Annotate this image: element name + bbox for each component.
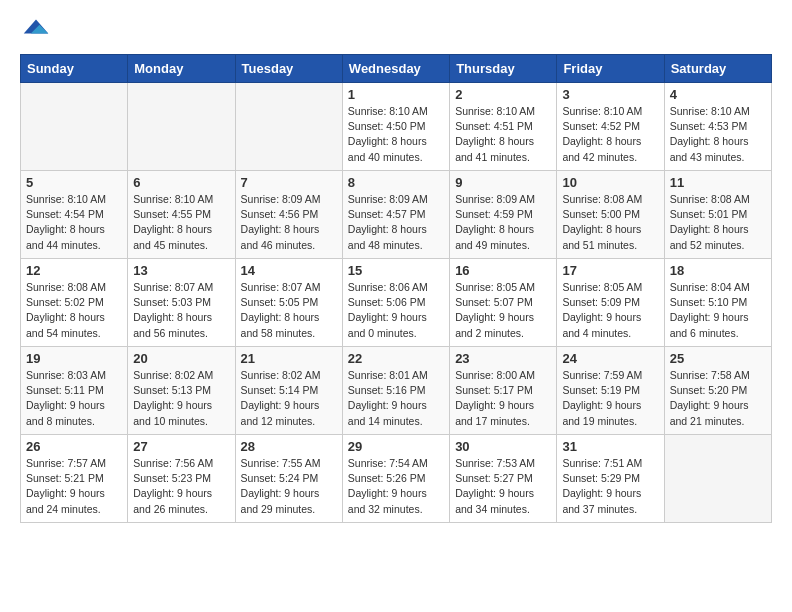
day-info: Sunrise: 8:02 AM Sunset: 5:14 PM Dayligh…	[241, 368, 337, 429]
calendar-header-sunday: Sunday	[21, 55, 128, 83]
day-number: 7	[241, 175, 337, 190]
calendar-cell: 15Sunrise: 8:06 AM Sunset: 5:06 PM Dayli…	[342, 259, 449, 347]
day-number: 28	[241, 439, 337, 454]
day-info: Sunrise: 8:08 AM Sunset: 5:00 PM Dayligh…	[562, 192, 658, 253]
day-info: Sunrise: 8:05 AM Sunset: 5:07 PM Dayligh…	[455, 280, 551, 341]
header	[20, 16, 772, 44]
day-info: Sunrise: 8:07 AM Sunset: 5:05 PM Dayligh…	[241, 280, 337, 341]
day-info: Sunrise: 8:07 AM Sunset: 5:03 PM Dayligh…	[133, 280, 229, 341]
day-number: 16	[455, 263, 551, 278]
day-number: 13	[133, 263, 229, 278]
day-info: Sunrise: 8:00 AM Sunset: 5:17 PM Dayligh…	[455, 368, 551, 429]
calendar-week-4: 19Sunrise: 8:03 AM Sunset: 5:11 PM Dayli…	[21, 347, 772, 435]
logo-icon	[22, 16, 50, 44]
calendar-cell: 10Sunrise: 8:08 AM Sunset: 5:00 PM Dayli…	[557, 171, 664, 259]
calendar-cell: 4Sunrise: 8:10 AM Sunset: 4:53 PM Daylig…	[664, 83, 771, 171]
calendar-cell	[235, 83, 342, 171]
calendar-cell: 31Sunrise: 7:51 AM Sunset: 5:29 PM Dayli…	[557, 435, 664, 523]
day-number: 19	[26, 351, 122, 366]
day-info: Sunrise: 8:03 AM Sunset: 5:11 PM Dayligh…	[26, 368, 122, 429]
calendar-cell: 14Sunrise: 8:07 AM Sunset: 5:05 PM Dayli…	[235, 259, 342, 347]
day-info: Sunrise: 8:02 AM Sunset: 5:13 PM Dayligh…	[133, 368, 229, 429]
calendar-cell: 24Sunrise: 7:59 AM Sunset: 5:19 PM Dayli…	[557, 347, 664, 435]
calendar-cell: 12Sunrise: 8:08 AM Sunset: 5:02 PM Dayli…	[21, 259, 128, 347]
day-number: 14	[241, 263, 337, 278]
day-number: 18	[670, 263, 766, 278]
day-number: 1	[348, 87, 444, 102]
day-number: 30	[455, 439, 551, 454]
day-info: Sunrise: 8:05 AM Sunset: 5:09 PM Dayligh…	[562, 280, 658, 341]
day-info: Sunrise: 8:08 AM Sunset: 5:02 PM Dayligh…	[26, 280, 122, 341]
day-info: Sunrise: 7:55 AM Sunset: 5:24 PM Dayligh…	[241, 456, 337, 517]
calendar-cell: 11Sunrise: 8:08 AM Sunset: 5:01 PM Dayli…	[664, 171, 771, 259]
calendar-cell	[128, 83, 235, 171]
calendar-cell: 26Sunrise: 7:57 AM Sunset: 5:21 PM Dayli…	[21, 435, 128, 523]
calendar-header-monday: Monday	[128, 55, 235, 83]
day-number: 24	[562, 351, 658, 366]
calendar-header-friday: Friday	[557, 55, 664, 83]
day-number: 20	[133, 351, 229, 366]
calendar-cell: 3Sunrise: 8:10 AM Sunset: 4:52 PM Daylig…	[557, 83, 664, 171]
calendar-cell	[664, 435, 771, 523]
logo	[20, 16, 52, 44]
day-number: 25	[670, 351, 766, 366]
day-number: 21	[241, 351, 337, 366]
day-number: 2	[455, 87, 551, 102]
day-number: 3	[562, 87, 658, 102]
day-number: 23	[455, 351, 551, 366]
calendar-cell: 9Sunrise: 8:09 AM Sunset: 4:59 PM Daylig…	[450, 171, 557, 259]
day-number: 11	[670, 175, 766, 190]
day-number: 9	[455, 175, 551, 190]
calendar-cell: 21Sunrise: 8:02 AM Sunset: 5:14 PM Dayli…	[235, 347, 342, 435]
day-info: Sunrise: 8:01 AM Sunset: 5:16 PM Dayligh…	[348, 368, 444, 429]
calendar-header-row: SundayMondayTuesdayWednesdayThursdayFrid…	[21, 55, 772, 83]
calendar-header-tuesday: Tuesday	[235, 55, 342, 83]
calendar-cell: 30Sunrise: 7:53 AM Sunset: 5:27 PM Dayli…	[450, 435, 557, 523]
day-info: Sunrise: 8:10 AM Sunset: 4:55 PM Dayligh…	[133, 192, 229, 253]
day-number: 17	[562, 263, 658, 278]
calendar-header-wednesday: Wednesday	[342, 55, 449, 83]
calendar-cell: 20Sunrise: 8:02 AM Sunset: 5:13 PM Dayli…	[128, 347, 235, 435]
day-info: Sunrise: 8:04 AM Sunset: 5:10 PM Dayligh…	[670, 280, 766, 341]
day-number: 10	[562, 175, 658, 190]
calendar-header-thursday: Thursday	[450, 55, 557, 83]
calendar-cell: 16Sunrise: 8:05 AM Sunset: 5:07 PM Dayli…	[450, 259, 557, 347]
calendar-cell: 29Sunrise: 7:54 AM Sunset: 5:26 PM Dayli…	[342, 435, 449, 523]
calendar-cell: 7Sunrise: 8:09 AM Sunset: 4:56 PM Daylig…	[235, 171, 342, 259]
day-info: Sunrise: 8:09 AM Sunset: 4:57 PM Dayligh…	[348, 192, 444, 253]
day-number: 6	[133, 175, 229, 190]
day-info: Sunrise: 8:10 AM Sunset: 4:52 PM Dayligh…	[562, 104, 658, 165]
calendar-cell: 5Sunrise: 8:10 AM Sunset: 4:54 PM Daylig…	[21, 171, 128, 259]
day-info: Sunrise: 8:10 AM Sunset: 4:51 PM Dayligh…	[455, 104, 551, 165]
page: SundayMondayTuesdayWednesdayThursdayFrid…	[0, 0, 792, 539]
calendar-cell: 28Sunrise: 7:55 AM Sunset: 5:24 PM Dayli…	[235, 435, 342, 523]
day-number: 4	[670, 87, 766, 102]
day-number: 8	[348, 175, 444, 190]
day-number: 29	[348, 439, 444, 454]
day-info: Sunrise: 7:57 AM Sunset: 5:21 PM Dayligh…	[26, 456, 122, 517]
day-info: Sunrise: 8:08 AM Sunset: 5:01 PM Dayligh…	[670, 192, 766, 253]
day-info: Sunrise: 8:06 AM Sunset: 5:06 PM Dayligh…	[348, 280, 444, 341]
day-number: 31	[562, 439, 658, 454]
day-number: 12	[26, 263, 122, 278]
calendar-header-saturday: Saturday	[664, 55, 771, 83]
day-info: Sunrise: 8:10 AM Sunset: 4:54 PM Dayligh…	[26, 192, 122, 253]
day-info: Sunrise: 8:09 AM Sunset: 4:59 PM Dayligh…	[455, 192, 551, 253]
day-info: Sunrise: 7:59 AM Sunset: 5:19 PM Dayligh…	[562, 368, 658, 429]
day-info: Sunrise: 7:54 AM Sunset: 5:26 PM Dayligh…	[348, 456, 444, 517]
calendar-cell: 18Sunrise: 8:04 AM Sunset: 5:10 PM Dayli…	[664, 259, 771, 347]
calendar-cell: 6Sunrise: 8:10 AM Sunset: 4:55 PM Daylig…	[128, 171, 235, 259]
calendar-cell: 23Sunrise: 8:00 AM Sunset: 5:17 PM Dayli…	[450, 347, 557, 435]
calendar-table: SundayMondayTuesdayWednesdayThursdayFrid…	[20, 54, 772, 523]
day-info: Sunrise: 7:58 AM Sunset: 5:20 PM Dayligh…	[670, 368, 766, 429]
calendar-cell: 22Sunrise: 8:01 AM Sunset: 5:16 PM Dayli…	[342, 347, 449, 435]
day-number: 15	[348, 263, 444, 278]
calendar-cell: 8Sunrise: 8:09 AM Sunset: 4:57 PM Daylig…	[342, 171, 449, 259]
day-info: Sunrise: 7:56 AM Sunset: 5:23 PM Dayligh…	[133, 456, 229, 517]
day-number: 26	[26, 439, 122, 454]
calendar-cell: 27Sunrise: 7:56 AM Sunset: 5:23 PM Dayli…	[128, 435, 235, 523]
day-info: Sunrise: 8:09 AM Sunset: 4:56 PM Dayligh…	[241, 192, 337, 253]
calendar-week-3: 12Sunrise: 8:08 AM Sunset: 5:02 PM Dayli…	[21, 259, 772, 347]
calendar-cell: 25Sunrise: 7:58 AM Sunset: 5:20 PM Dayli…	[664, 347, 771, 435]
calendar-week-5: 26Sunrise: 7:57 AM Sunset: 5:21 PM Dayli…	[21, 435, 772, 523]
